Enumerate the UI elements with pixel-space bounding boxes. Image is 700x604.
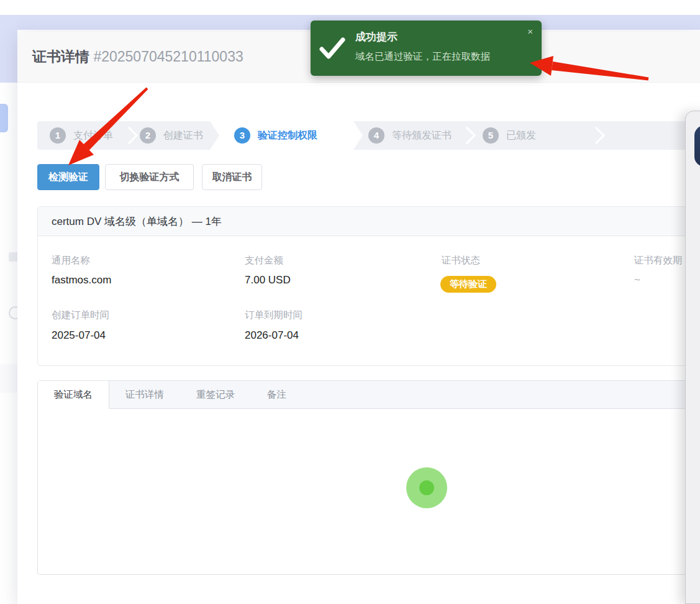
step-2-label: 创建证书	[163, 129, 203, 142]
payment-amount-value: 7.00 USD	[245, 274, 291, 286]
step-3-circle: 3	[234, 127, 250, 144]
certificate-detail-dialog: 证书详情 #202507045210110033 1 支付订单 2 创建证书 3…	[17, 32, 700, 604]
payment-amount-label: 支付金额	[245, 254, 283, 267]
certificate-info-panel: certum DV 域名级（单域名） — 1年 通用名称 fastmos.com…	[37, 206, 686, 366]
order-expiry-label: 订单到期时间	[245, 309, 302, 322]
background-strip	[0, 364, 17, 393]
tabs-bar: 验证域名 证书详情 重签记录 备注	[38, 381, 686, 409]
switch-validation-method-button[interactable]: 切换验证方式	[105, 164, 194, 190]
toast-title: 成功提示	[355, 30, 398, 44]
step-4-label: 等待颁发证书	[392, 129, 452, 142]
step-4-circle: 4	[368, 127, 384, 144]
chevron-separator-icon	[458, 127, 476, 144]
step-wizard: 1 支付订单 2 创建证书 3 验证控制权限 4 等待颁发证书 5 已颁发	[37, 121, 686, 150]
step-5-circle: 5	[483, 127, 499, 144]
step-1-label: 支付订单	[73, 129, 113, 142]
close-icon[interactable]: ×	[527, 27, 533, 36]
status-badge: 等待验证	[440, 276, 496, 293]
dialog-title-row: 证书详情 #202507045210110033	[32, 47, 243, 66]
background-sidebar-chip	[0, 104, 8, 132]
tab-validate-domain[interactable]: 验证域名	[38, 381, 109, 409]
product-title: certum DV 域名级（单域名） — 1年	[38, 207, 686, 236]
order-created-value: 2025-07-04	[52, 329, 106, 342]
step-5-label: 已颁发	[506, 129, 536, 142]
certificate-validity-label: 证书有效期	[634, 254, 683, 267]
certificate-status-label: 证书状态	[442, 254, 480, 267]
order-created-label: 创建订单时间	[52, 309, 109, 322]
detect-validation-button[interactable]: 检测验证	[37, 164, 99, 190]
step-2-circle: 2	[140, 127, 156, 144]
loading-spinner	[406, 467, 447, 508]
common-name-value: fastmos.com	[52, 274, 111, 286]
toast-message: 域名已通过验证，正在拉取数据	[355, 50, 490, 63]
tab-certificate-detail[interactable]: 证书详情	[109, 381, 180, 409]
order-number: #202507045210110033	[93, 48, 243, 65]
certificate-validity-value: ~	[634, 274, 640, 286]
chevron-separator-icon	[120, 127, 138, 144]
loading-spinner-core	[419, 480, 434, 495]
background-text-remnant	[9, 252, 18, 262]
step-3-label: 验证控制权限	[258, 129, 317, 142]
side-panel-button[interactable]	[694, 126, 700, 167]
side-overlay-panel	[685, 111, 700, 604]
detail-tabs-panel: 验证域名 证书详情 重签记录 备注	[37, 380, 686, 575]
check-icon	[319, 37, 345, 60]
tab-remarks[interactable]: 备注	[251, 381, 302, 409]
dialog-title: 证书详情	[32, 48, 89, 65]
success-toast: 成功提示 域名已通过验证，正在拉取数据 ×	[311, 21, 542, 76]
order-expiry-value: 2026-07-04	[245, 329, 299, 342]
common-name-label: 通用名称	[52, 254, 90, 267]
background-left-band	[0, 15, 17, 83]
cancel-certificate-button[interactable]: 取消证书	[202, 164, 262, 190]
step-1-circle: 1	[50, 127, 66, 144]
tab-reissue-records[interactable]: 重签记录	[180, 381, 251, 409]
chevron-separator-icon	[588, 127, 605, 144]
